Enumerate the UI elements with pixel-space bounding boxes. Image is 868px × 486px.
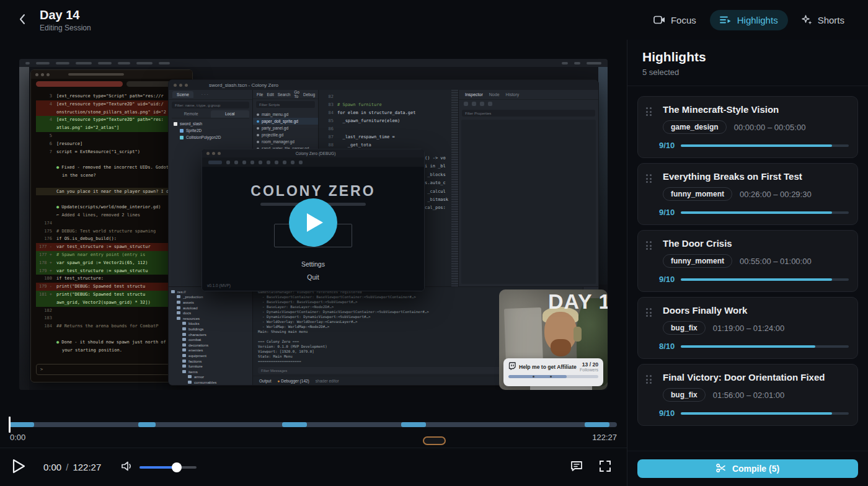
- folder-icon: [188, 375, 192, 378]
- play-outline-icon: [11, 458, 26, 476]
- filesystem-folder: equipment: [171, 353, 250, 358]
- terminal-line: your starting position.: [36, 347, 187, 355]
- highlight-card[interactable]: The Door Crisisfunny_moment00:55:00 – 01…: [637, 230, 858, 292]
- godot-inspector: InspectorNodeHistory Filter Properties: [458, 90, 598, 286]
- folder-icon: [182, 365, 186, 368]
- drag-handle-icon[interactable]: [646, 107, 652, 116]
- folder-icon: [182, 354, 186, 357]
- folder-icon: [182, 333, 186, 336]
- line-text: var test_structure := spawn_structur: [56, 243, 151, 251]
- filesystem-folder: characters: [171, 332, 250, 337]
- scene-view-tab: Remote: [172, 110, 211, 118]
- highlight-card[interactable]: Doors Finally Workbug_fix01:19:00 – 01:2…: [637, 297, 858, 359]
- timeline-highlight-segment[interactable]: [9, 422, 34, 427]
- current-time: 0:00: [43, 462, 61, 472]
- tab-shorts[interactable]: Shorts: [792, 10, 854, 30]
- tab-focus[interactable]: Focus: [644, 10, 706, 30]
- highlight-time-range: 00:00:00 – 00:05:00: [734, 123, 806, 132]
- line-number: [36, 377, 56, 382]
- code-fragment: - _calcul: [422, 188, 448, 196]
- line-text: # Spawn furniture: [337, 101, 382, 109]
- tab-highlights[interactable]: Highlights: [710, 10, 788, 30]
- line-number: 4: [36, 100, 56, 108]
- play-button[interactable]: [11, 458, 26, 476]
- highlight-score-row: 9/10: [647, 208, 849, 217]
- filesystem-folder: docs: [171, 310, 250, 316]
- highlight-title: Doors Finally Work: [663, 305, 849, 316]
- timeline-highlight-segment[interactable]: [282, 422, 307, 427]
- fullscreen-button[interactable]: [598, 459, 612, 475]
- line-text: [56, 330, 59, 338]
- script-icon: [257, 127, 259, 130]
- line-number: [36, 164, 56, 172]
- console-tab: shader editor: [316, 379, 339, 383]
- highlight-score-fill: [681, 278, 832, 281]
- code-line: 82: [322, 93, 458, 101]
- compile-button[interactable]: Compile (5): [637, 459, 858, 478]
- drag-handle-icon[interactable]: [646, 308, 652, 317]
- sparkles-icon: [802, 15, 812, 25]
- script-item: paper_doll_sprite.gd: [253, 118, 318, 125]
- game-quit-button: Quit: [202, 273, 424, 281]
- comments-button[interactable]: [570, 459, 583, 475]
- line-text: [56, 195, 59, 203]
- console-tab: Output: [259, 379, 272, 383]
- line-number: 175: [36, 228, 56, 236]
- drag-handle-icon[interactable]: [646, 375, 652, 384]
- line-number: 181 +: [36, 291, 56, 299]
- volume-thumb[interactable]: [172, 462, 182, 472]
- highlight-time-range: 01:56:00 – 02:01:00: [713, 391, 785, 400]
- terminal-line: in the scene?: [36, 172, 187, 180]
- line-number: 87: [322, 133, 337, 141]
- timeline-highlight-segment[interactable]: [401, 422, 426, 427]
- scene-filter-input: Filter: name, t:type, g:group: [172, 102, 249, 108]
- top-bar: Day 14 Editing Session Focus Highlights: [0, 0, 868, 40]
- timeline-track[interactable]: [9, 422, 617, 427]
- highlights-title: Highlights: [642, 50, 853, 64]
- filesystem-folder: decorations: [171, 342, 250, 348]
- volume-slider[interactable]: [140, 466, 197, 469]
- speaker-icon: [121, 461, 133, 474]
- terminal-line: 4[ext_resource type="Texture2D" uid="uid…: [36, 100, 187, 108]
- line-number: [36, 195, 56, 203]
- filesystem-folder: _production: [171, 294, 250, 300]
- line-number: [36, 347, 56, 355]
- ai-bullet: ●: [56, 205, 61, 210]
- node-icon: [174, 122, 177, 126]
- highlight-card[interactable]: Everything Breaks on First Testfunny_mom…: [637, 163, 858, 225]
- terminal-line: 5: [36, 132, 187, 140]
- menu-item: Edit: [267, 92, 273, 97]
- line-number: 180: [36, 275, 56, 283]
- timeline-highlight-segment[interactable]: [585, 422, 609, 427]
- code-line: 87 _last_respawn_time =: [322, 133, 458, 141]
- line-number: 5: [36, 132, 56, 140]
- line-text: script = ExtResource("1_script"): [56, 148, 140, 156]
- timeline-marker-pill[interactable]: [423, 436, 446, 445]
- timeline-highlight-segment[interactable]: [138, 422, 156, 427]
- drag-handle-icon[interactable]: [646, 174, 652, 183]
- line-text: [56, 156, 59, 164]
- debugger-dot: ●: [278, 379, 281, 383]
- folder-icon: [177, 295, 180, 298]
- highlight-card[interactable]: The Minecraft-Style Visiongame_design00:…: [637, 96, 858, 158]
- drag-handle-icon[interactable]: [646, 241, 652, 250]
- highlight-tag: bug_fix: [663, 321, 706, 335]
- mute-button[interactable]: [121, 461, 133, 474]
- play-overlay-button[interactable]: [289, 198, 337, 247]
- script-item: main_menu.gd: [253, 111, 318, 118]
- line-number: 179 -: [36, 283, 56, 291]
- game-settings-button: Settings: [202, 260, 424, 268]
- timeline-playhead[interactable]: [9, 417, 11, 433]
- line-number: 178 +: [36, 259, 56, 267]
- line-number: [36, 188, 56, 196]
- menu-item: Debug: [303, 92, 315, 97]
- highlight-time-range: 00:26:00 – 00:29:30: [740, 190, 812, 199]
- highlight-card[interactable]: Final Victory: Door Orientation Fixedbug…: [637, 364, 858, 426]
- back-button[interactable]: [14, 7, 31, 32]
- script-icon: [257, 134, 259, 136]
- line-number: 4: [36, 116, 56, 124]
- highlights-panel: Highlights 5 selected The Minecraft-Styl…: [627, 40, 868, 486]
- follower-caption: Followers: [580, 368, 598, 372]
- video-frame[interactable]: 3[ext_resource type="Script" path="res:/…: [19, 59, 608, 390]
- terminal-line: [36, 180, 187, 188]
